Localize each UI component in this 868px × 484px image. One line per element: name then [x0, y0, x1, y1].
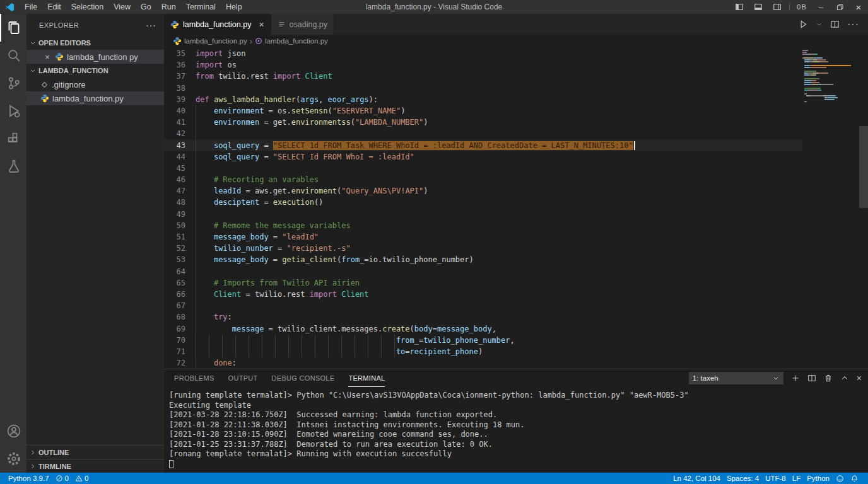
- close-tab-icon[interactable]: ×: [259, 20, 264, 30]
- menu-file[interactable]: File: [20, 3, 42, 11]
- timeline-section-header[interactable]: TIRMLINE: [26, 459, 164, 473]
- code-editor[interactable]: 35import json36import os37from twilio.re…: [164, 47, 868, 369]
- file-item-lambda-function-py[interactable]: ×lambda_function py: [26, 50, 164, 64]
- line-number[interactable]: 38: [164, 83, 196, 94]
- line-number[interactable]: 70: [164, 335, 196, 346]
- code-line-36[interactable]: 36import os: [164, 59, 802, 71]
- code-line-45[interactable]: 45: [164, 163, 802, 174]
- layout-panel-icon[interactable]: [749, 0, 768, 14]
- menu-view[interactable]: View: [108, 3, 136, 11]
- activity-testing-icon[interactable]: [0, 153, 26, 180]
- code-line-70[interactable]: 70 from_=twilio_phone_number,: [164, 335, 802, 346]
- line-number[interactable]: 67: [164, 300, 196, 311]
- line-number[interactable]: 45: [164, 163, 196, 174]
- statusbar-item-0[interactable]: 0: [52, 473, 72, 484]
- activity-settings-gear-icon[interactable]: [0, 445, 26, 473]
- code-line-41[interactable]: 41 environmen = get.environmentss("LAMBD…: [164, 117, 802, 128]
- menu-terminal[interactable]: Terminal: [181, 3, 221, 11]
- statusbar-item-lf[interactable]: LF: [789, 475, 804, 482]
- new-terminal-button[interactable]: [791, 374, 800, 383]
- statusbar-item-python-3-9-7[interactable]: Python 3.9.7: [5, 473, 52, 484]
- code-line-65[interactable]: 65 # Imports from Twilio API airien: [164, 277, 802, 289]
- line-number[interactable]: 35: [164, 48, 196, 59]
- split-terminal-button[interactable]: [807, 374, 816, 383]
- activity-source-control-icon[interactable]: [0, 69, 26, 97]
- code-line-51[interactable]: 51 message_body = "leadId": [164, 231, 802, 243]
- code-line-66[interactable]: 66 Client = twilio.rest import Client: [164, 289, 802, 300]
- open-editors-header[interactable]: OPEN EDITORS: [26, 36, 164, 50]
- menu-run[interactable]: Run: [156, 3, 181, 11]
- explorer-more-actions-button[interactable]: ···: [146, 20, 156, 30]
- code-line-47[interactable]: 47 leadId = aws.get.enviroment("Query_AN…: [164, 185, 802, 197]
- statusbar-item-python[interactable]: Python: [804, 475, 833, 482]
- statusbar-item-bell-icon[interactable]: [847, 475, 862, 483]
- editor-more-actions-button[interactable]: ···: [847, 19, 859, 30]
- line-number[interactable]: 40: [164, 105, 196, 117]
- line-number[interactable]: 71: [164, 346, 196, 357]
- terminal-output[interactable]: [runing template termalat]> Python "C:\U…: [164, 387, 868, 473]
- line-number[interactable]: 41: [164, 117, 196, 128]
- layout-sidebar-left-icon[interactable]: [730, 0, 749, 14]
- tab-lambda-function-py[interactable]: lambda_function.py×: [164, 14, 271, 35]
- line-number[interactable]: 64: [164, 266, 196, 277]
- code-line-35[interactable]: 35import json: [164, 48, 802, 59]
- line-number[interactable]: 52: [164, 243, 196, 254]
- code-line-50[interactable]: 50 # Remome the message variables: [164, 220, 802, 231]
- breadcrumb-item[interactable]: lambda_function.py: [173, 37, 247, 45]
- minimize-button[interactable]: –: [811, 0, 830, 14]
- statusbar-item-feedback-icon[interactable]: [833, 475, 847, 483]
- line-number[interactable]: 53: [164, 254, 196, 265]
- statusbar-item-utf-8[interactable]: UTF-8: [762, 475, 789, 482]
- line-number[interactable]: 49: [164, 209, 196, 220]
- maximize-panel-button[interactable]: [840, 374, 849, 383]
- menu-selection[interactable]: Selection: [66, 3, 108, 11]
- close-window-button[interactable]: ×: [849, 0, 868, 14]
- menu-edit[interactable]: Edit: [42, 3, 66, 11]
- kill-terminal-button[interactable]: [824, 374, 833, 383]
- code-line-53[interactable]: 53 message_body = getia_client(from_=io.…: [164, 254, 802, 265]
- code-line-72[interactable]: 72 done:: [164, 357, 802, 369]
- line-number[interactable]: 50: [164, 220, 196, 231]
- code-line-49[interactable]: 49: [164, 209, 802, 220]
- minimap[interactable]: [802, 50, 859, 103]
- code-line-69[interactable]: 69 message = twilio_client.messages.crea…: [164, 323, 802, 335]
- folder-section-header[interactable]: LAMBDA_FUNCTION: [26, 64, 164, 78]
- layout-sidebar-right-icon[interactable]: [768, 0, 787, 14]
- customize-layout-button[interactable]: 0B: [792, 0, 811, 14]
- code-line-67[interactable]: 67: [164, 300, 802, 311]
- code-line-46[interactable]: 46 # Recorting an varables: [164, 174, 802, 185]
- panel-tab-terminal[interactable]: TERMINAL: [348, 369, 385, 387]
- panel-tab-problems[interactable]: PROBLEMS: [174, 369, 214, 387]
- code-line-68[interactable]: 68 try:: [164, 311, 802, 323]
- statusbar-item-ln-42-col-104[interactable]: Ln 42, Col 104: [670, 475, 724, 482]
- code-line-64[interactable]: 64: [164, 266, 802, 277]
- code-line-39[interactable]: 39def aws_lambda_handler(args, eoor_args…: [164, 94, 802, 105]
- line-number[interactable]: 37: [164, 71, 196, 82]
- menu-go[interactable]: Go: [136, 3, 156, 11]
- editor-scrollbar[interactable]: [859, 47, 868, 369]
- close-editor-icon[interactable]: ×: [43, 52, 52, 62]
- breadcrumb-item[interactable]: lambda_function.py: [255, 37, 328, 45]
- code-line-48[interactable]: 48 desciptent = execution(): [164, 197, 802, 208]
- scrollbar-thumb[interactable]: [859, 126, 868, 208]
- outline-section-header[interactable]: OUTLINE: [26, 445, 164, 459]
- panel-tab-output[interactable]: OUTPUT: [228, 369, 258, 387]
- line-number[interactable]: 72: [164, 357, 196, 369]
- file-item-lambda-function-py[interactable]: lambda_function.py: [26, 91, 164, 105]
- activity-account-icon[interactable]: [0, 417, 26, 445]
- line-number[interactable]: 44: [164, 151, 196, 163]
- line-number[interactable]: 66: [164, 289, 196, 300]
- code-line-37[interactable]: 37from twilio.rest import Client: [164, 71, 802, 82]
- close-panel-button[interactable]: ×: [857, 373, 862, 383]
- code-line-71[interactable]: 71 to=recipient_phone): [164, 346, 802, 357]
- statusbar-item-spaces-4[interactable]: Spaces: 4: [724, 475, 762, 482]
- panel-tab-debug-console[interactable]: DEBUG CONSOLE: [272, 369, 335, 387]
- file-item--gitignore[interactable]: .gitignore: [26, 78, 164, 91]
- line-number[interactable]: 47: [164, 185, 196, 197]
- activity-files-icon[interactable]: [0, 14, 26, 42]
- line-number[interactable]: 65: [164, 277, 196, 289]
- activity-run-debug-icon[interactable]: [0, 97, 26, 125]
- tab-osading-py[interactable]: osading.py: [271, 14, 334, 35]
- statusbar-item-0[interactable]: 0: [72, 473, 91, 484]
- line-number[interactable]: 46: [164, 174, 196, 185]
